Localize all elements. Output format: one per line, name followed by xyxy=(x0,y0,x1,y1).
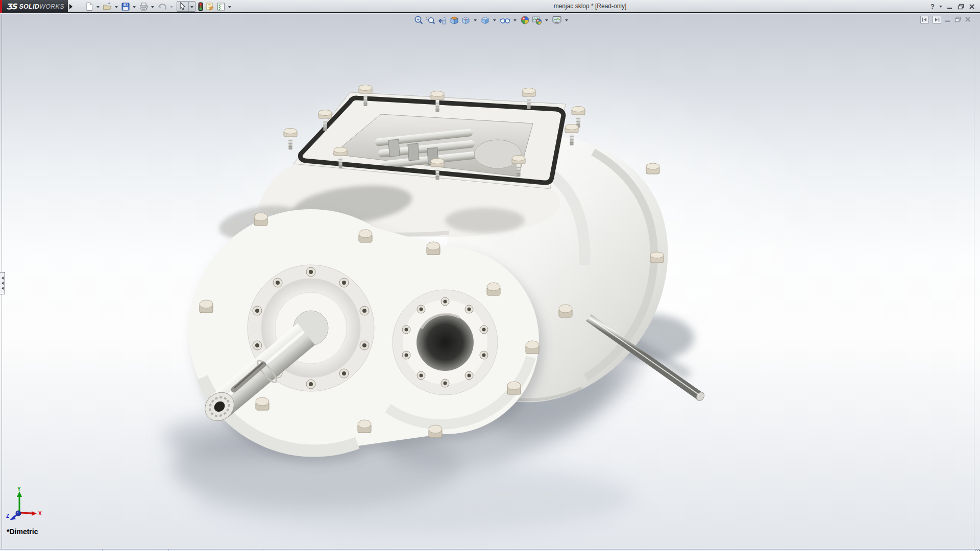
select-group-separator xyxy=(188,2,189,11)
pane-collapse-right-icon xyxy=(934,17,940,22)
zoom-to-area-button[interactable] xyxy=(425,15,436,25)
help-button[interactable]: ? xyxy=(930,0,935,13)
edit-appearance-button[interactable] xyxy=(520,15,530,25)
zoom-to-fit-icon xyxy=(414,15,424,25)
display-style-icon xyxy=(480,15,490,25)
collapse-arrow-icon xyxy=(2,282,4,285)
reference-triad: Y X Z xyxy=(4,486,47,524)
statusbar xyxy=(0,549,980,551)
section-view-button[interactable] xyxy=(449,15,459,25)
x-axis-arrow xyxy=(32,511,37,516)
display-style-button[interactable] xyxy=(480,15,491,25)
y-axis-arrow xyxy=(17,491,22,497)
open-icon xyxy=(103,2,112,11)
apply-scene-icon xyxy=(532,15,542,25)
gearbox-model[interactable] xyxy=(0,14,980,549)
collapse-arrow-icon xyxy=(2,287,4,290)
new-document-button[interactable] xyxy=(84,1,94,12)
collapsed-panel-tab[interactable] xyxy=(0,272,5,294)
view-settings-dropdown-arrow[interactable] xyxy=(565,19,568,21)
save-icon xyxy=(121,2,130,11)
app-restore-button[interactable] xyxy=(958,4,964,10)
flyout-arrow-icon xyxy=(69,4,72,9)
doc-close-button[interactable] xyxy=(965,16,971,22)
select-dropdown-arrow[interactable] xyxy=(190,6,193,8)
select-tool-button[interactable] xyxy=(178,1,187,12)
previous-view-icon xyxy=(437,15,447,25)
triad-y-label: Y xyxy=(17,486,21,492)
pane-collapse-left-button[interactable] xyxy=(920,16,929,23)
housing-end-bolt[interactable] xyxy=(650,252,664,263)
view-settings-icon xyxy=(552,15,562,25)
housing-end-bolt[interactable] xyxy=(646,163,659,174)
titlebar: ƷS SOLIDWORKS xyxy=(0,0,980,13)
file-properties-button[interactable] xyxy=(205,1,215,12)
pane-collapse-left-icon xyxy=(922,17,927,22)
triad-origin xyxy=(16,511,21,516)
undo-button[interactable] xyxy=(157,1,168,12)
document-title: menjac sklop * [Read-only] xyxy=(554,0,627,13)
document-window-controls xyxy=(920,15,971,23)
brand-accent-stripe xyxy=(0,0,2,13)
window-right-border xyxy=(974,14,974,549)
options-icon xyxy=(216,2,226,11)
edit-appearance-icon xyxy=(520,15,530,25)
help-dropdown-arrow[interactable] xyxy=(939,6,942,8)
heads-up-view-toolbar xyxy=(413,15,570,25)
brand-name-bold: SOLID xyxy=(19,3,39,10)
app-close-button[interactable] xyxy=(969,4,975,10)
view-orientation-button[interactable] xyxy=(460,15,471,25)
print-dropdown-arrow[interactable] xyxy=(151,6,154,8)
previous-view-button[interactable] xyxy=(437,15,448,25)
new-dropdown-arrow[interactable] xyxy=(96,6,100,8)
view-orientation-dropdown-arrow[interactable] xyxy=(474,19,477,21)
main-toolbar xyxy=(84,1,233,12)
menu-flyout-arrow[interactable] xyxy=(69,3,75,10)
zoom-to-area-icon xyxy=(426,15,435,25)
print-button[interactable] xyxy=(138,1,149,12)
pane-collapse-right-button[interactable] xyxy=(933,16,941,23)
view-orientation-icon xyxy=(461,15,471,25)
new-document-icon xyxy=(85,2,94,11)
hide-show-dropdown-arrow[interactable] xyxy=(513,19,517,21)
solidworks-logo: ƷS SOLIDWORKS xyxy=(0,0,68,13)
open-button[interactable] xyxy=(102,1,113,12)
right-hub-open-bore[interactable] xyxy=(393,290,498,395)
brand-name-light: WORKS xyxy=(39,3,64,10)
select-tool-group xyxy=(177,1,195,12)
zoom-to-fit-button[interactable] xyxy=(413,15,424,25)
options-dropdown-arrow[interactable] xyxy=(228,6,231,8)
rebuild-button[interactable] xyxy=(197,1,204,12)
print-icon xyxy=(139,2,149,11)
hide-show-items-icon xyxy=(500,15,510,25)
options-button[interactable] xyxy=(216,1,226,12)
app-minimize-button[interactable] xyxy=(947,4,953,10)
select-cursor-icon xyxy=(179,2,187,11)
hide-show-items-button[interactable] xyxy=(499,15,511,25)
apply-scene-dropdown-arrow[interactable] xyxy=(545,19,548,21)
display-style-dropdown-arrow[interactable] xyxy=(493,19,496,21)
undo-dropdown-arrow[interactable] xyxy=(170,6,173,8)
graphics-viewport[interactable] xyxy=(0,14,980,549)
save-button[interactable] xyxy=(120,1,131,12)
view-settings-button[interactable] xyxy=(551,15,562,25)
collapse-arrow-icon xyxy=(2,277,4,280)
doc-minimize-button[interactable] xyxy=(945,16,951,22)
solidworks-logo-glyph: ƷS xyxy=(6,2,16,11)
app-window-controls: ? xyxy=(930,0,975,13)
undo-icon xyxy=(157,2,167,11)
triad-z-label: Z xyxy=(6,513,9,519)
save-dropdown-arrow[interactable] xyxy=(133,6,136,8)
rebuild-traffic-light-icon xyxy=(198,2,204,11)
section-view-icon xyxy=(449,15,459,25)
apply-scene-button[interactable] xyxy=(531,15,543,25)
view-orientation-label: *Dimetric xyxy=(7,528,38,536)
file-properties-icon xyxy=(205,2,215,11)
doc-restore-button[interactable] xyxy=(954,16,961,22)
open-dropdown-arrow[interactable] xyxy=(115,6,118,8)
triad-x-label: X xyxy=(38,511,42,516)
